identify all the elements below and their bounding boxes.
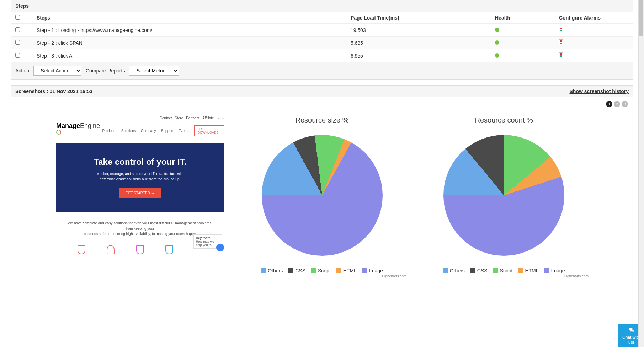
swatch-icon <box>336 268 341 273</box>
scrollbar[interactable] <box>638 0 644 294</box>
category-icon <box>136 245 144 254</box>
hero-sub: Monitor, manage, and secure your IT infr… <box>67 171 213 177</box>
action-bar: Action --Select Action-- Compare Reports… <box>11 62 633 79</box>
step-load: 19,503 <box>346 24 491 37</box>
step-name: Step - 3 : click A <box>32 49 346 62</box>
free-download-button: FREE DOWNLOADS <box>194 125 224 136</box>
legend-item[interactable]: CSS <box>470 268 488 273</box>
select-all-checkbox[interactable] <box>15 15 20 20</box>
health-dot-icon <box>495 53 499 58</box>
category-icon <box>165 245 173 254</box>
user-icon: ⌂ <box>217 116 219 120</box>
swirl-icon <box>56 130 61 135</box>
thumb-menu: Solutions <box>121 129 136 133</box>
row-checkbox[interactable] <box>15 40 20 45</box>
thumb-link: Partners <box>186 116 199 120</box>
col-steps: Steps <box>32 12 346 24</box>
swatch-icon <box>518 268 523 273</box>
swatch-icon <box>311 268 316 273</box>
steps-panel: Steps Steps Page Load Time(ms) Health Co… <box>11 0 633 80</box>
search-icon: ⌕ <box>222 116 224 120</box>
step-name: Step - 2 : click SPAN <box>32 37 346 49</box>
legend-item[interactable]: Image <box>544 268 565 273</box>
show-history-link[interactable]: Show screenshot history <box>570 88 629 94</box>
category-icon <box>78 245 85 254</box>
thumb-menu: Products <box>102 129 116 133</box>
chart-title: Resource count % <box>415 111 593 126</box>
steps-panel-title: Steps <box>11 0 633 12</box>
col-load: Page Load Time(ms) <box>346 12 491 24</box>
table-row: Step - 1 : Loading - https://www.managee… <box>11 24 633 37</box>
legend-item[interactable]: Others <box>443 268 465 273</box>
table-row: Step - 3 : click A 6,955 <box>11 49 633 62</box>
action-select[interactable]: --Select Action-- <box>33 66 81 76</box>
step-load: 6,955 <box>346 49 491 62</box>
category-icon <box>107 245 115 254</box>
screenshots-title: Screenshots : 01 Nov 2021 16:53 <box>15 88 92 94</box>
hero-sub: enterprise-grade solutions built from th… <box>67 177 213 182</box>
screenshots-panel: Screenshots : 01 Nov 2021 16:53 Show scr… <box>11 85 633 288</box>
compare-select[interactable]: --Select Metric-- <box>129 66 179 76</box>
swatch-icon <box>362 268 367 273</box>
action-label: Action <box>15 68 29 74</box>
legend-item[interactable]: CSS <box>288 268 305 273</box>
swatch-icon <box>261 268 266 273</box>
legend-item[interactable]: Image <box>362 268 383 273</box>
swatch-icon <box>443 268 448 273</box>
scrollbar-thumb[interactable] <box>639 0 643 36</box>
swatch-icon <box>493 268 498 273</box>
pie-chart-icon <box>262 135 383 256</box>
chart-title: Resource size % <box>233 111 411 126</box>
legend-item[interactable]: Script <box>493 268 513 273</box>
configure-alarm-icon[interactable] <box>559 52 563 58</box>
thumb-menu: Support <box>161 129 174 133</box>
resource-count-chart: Resource count % Others CSS Script HTML … <box>415 111 593 281</box>
hero-title: Take control of your IT. <box>67 157 213 167</box>
chart-legend: Others CSS Script HTML Image <box>415 264 593 274</box>
screenshot-thumbnail[interactable]: Contact Store Partners Affiliate ⌂ ⌕ Man… <box>51 111 229 281</box>
resource-size-chart: Resource size % Others CSS Script HTML I… <box>233 111 411 281</box>
col-health: Health <box>491 12 555 24</box>
legend-item[interactable]: HTML <box>518 268 538 273</box>
brand-logo: ManageEngine <box>56 122 102 139</box>
compare-label: Compare Reports <box>86 68 125 74</box>
chat-fab-icon <box>216 244 224 251</box>
swatch-icon <box>288 268 293 273</box>
thumb-link: Affiliate <box>202 116 214 120</box>
configure-alarm-icon[interactable] <box>559 27 563 32</box>
swatch-icon <box>470 268 475 273</box>
health-dot-icon <box>495 28 499 32</box>
thumb-link: Contact <box>160 116 172 120</box>
pager-2[interactable]: 2 <box>614 101 620 107</box>
health-dot-icon <box>495 40 499 45</box>
hero: Take control of your IT. Monitor, manage… <box>56 143 224 212</box>
pie-chart-icon <box>443 135 564 256</box>
steps-table: Steps Page Load Time(ms) Health Configur… <box>11 12 633 62</box>
legend-item[interactable]: HTML <box>336 268 357 273</box>
swatch-icon <box>544 268 549 273</box>
chart-legend: Others CSS Script HTML Image <box>233 264 411 274</box>
chart-credit: Highcharts.com <box>233 274 411 281</box>
thumb-link: Store <box>175 116 183 120</box>
row-checkbox[interactable] <box>15 27 20 32</box>
thumb-menu: Events <box>179 129 190 133</box>
legend-item[interactable]: Others <box>261 268 283 273</box>
col-alarm: Configure Alarms <box>555 12 633 24</box>
legend-item[interactable]: Script <box>311 268 331 273</box>
row-checkbox[interactable] <box>15 53 20 58</box>
configure-alarm-icon[interactable] <box>559 39 563 45</box>
table-row: Step - 2 : click SPAN 5,685 <box>11 37 633 49</box>
pager-3[interactable]: 3 <box>622 101 628 107</box>
step-load: 5,685 <box>346 37 491 49</box>
chart-credit: Highcharts.com <box>415 274 593 281</box>
step-name: Step - 1 : Loading - https://www.managee… <box>32 24 346 37</box>
pager-1[interactable]: 1 <box>606 101 612 107</box>
screenshot-pager: 1 2 3 <box>11 97 633 111</box>
thumb-menu: Company <box>141 129 156 133</box>
get-started-button: GET STARTED → <box>119 188 161 198</box>
